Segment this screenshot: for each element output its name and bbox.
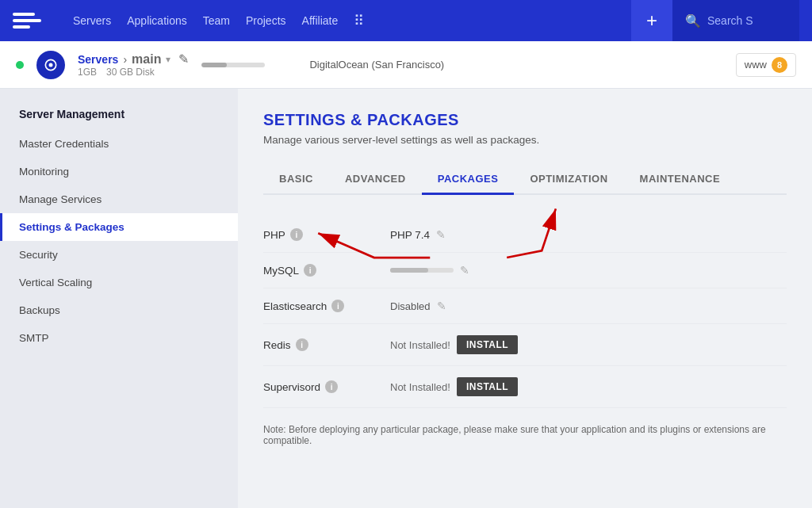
sidebar-item-security[interactable]: Security — [0, 241, 238, 269]
sidebar-item-vertical-scaling[interactable]: Vertical Scaling — [0, 269, 238, 296]
nav-links: Servers Applications Team Projects Affil… — [73, 12, 612, 29]
supervisord-info-icon[interactable]: i — [325, 380, 338, 393]
package-row-redis: Redis i Not Installed! INSTALL — [263, 324, 787, 366]
server-bar: Servers › main ▾ ✎ 1GB 30 GB Disk Digita… — [0, 41, 812, 89]
mysql-progress-bar — [390, 268, 454, 273]
add-button[interactable]: + — [631, 0, 672, 41]
www-badge: 8 — [772, 57, 787, 73]
server-name: main — [132, 52, 161, 67]
supervisord-status: Not Installed! — [390, 381, 450, 393]
elasticsearch-status: Disabled — [390, 300, 431, 312]
elasticsearch-info-icon[interactable]: i — [331, 300, 344, 312]
search-icon: 🔍 — [685, 13, 701, 29]
package-value-redis: Not Installed! INSTALL — [390, 335, 518, 354]
search-input[interactable] — [707, 14, 787, 27]
elasticsearch-edit-icon[interactable]: ✎ — [437, 300, 446, 312]
server-progress-fill — [201, 63, 227, 67]
search-area: 🔍 — [672, 0, 799, 41]
www-label: www — [745, 59, 767, 71]
sidebar-item-backups[interactable]: Backups — [0, 296, 238, 324]
nav-projects[interactable]: Projects — [246, 14, 286, 27]
sidebar: Server Management Master Credentials Mon… — [0, 89, 238, 508]
nav-team[interactable]: Team — [203, 14, 230, 27]
breadcrumb-separator: › — [123, 53, 127, 66]
nav-affiliate[interactable]: Affiliate — [302, 14, 339, 27]
server-icon — [36, 51, 65, 79]
logo[interactable] — [13, 10, 48, 32]
sidebar-item-settings-packages[interactable]: Settings & Packages — [0, 213, 238, 241]
nav-servers[interactable]: Servers — [73, 14, 111, 27]
dropdown-icon[interactable]: ▾ — [166, 54, 170, 65]
breadcrumb-servers[interactable]: Servers — [78, 53, 118, 66]
svg-rect-2 — [13, 25, 30, 29]
php-edit-icon[interactable]: ✎ — [436, 228, 446, 241]
content-inner: SETTINGS & PACKAGES Manage various serve… — [263, 111, 787, 446]
package-row-elasticsearch: Elasticsearch i Disabled ✎ — [263, 288, 787, 324]
svg-rect-0 — [13, 13, 35, 16]
topnav-actions: + 🔍 — [631, 0, 799, 41]
package-name-mysql: MySQL i — [263, 264, 390, 277]
package-name-supervisord: Supervisord i — [263, 380, 390, 393]
mysql-info-icon[interactable]: i — [304, 264, 316, 277]
supervisord-install-button[interactable]: INSTALL — [457, 377, 518, 396]
tab-packages[interactable]: PACKAGES — [422, 165, 515, 195]
grid-icon[interactable]: ⠿ — [354, 12, 364, 29]
sidebar-item-master-credentials[interactable]: Master Credentials — [0, 130, 238, 158]
sidebar-item-smtp[interactable]: SMTP — [0, 324, 238, 352]
package-name-redis: Redis i — [263, 338, 390, 351]
package-value-supervisord: Not Installed! INSTALL — [390, 377, 518, 396]
packages-list: PHP i PHP 7.4 ✎ MySQL i — [263, 217, 787, 408]
tab-basic[interactable]: BASIC — [263, 165, 329, 195]
sidebar-section-title: Server Management — [0, 108, 238, 130]
package-row-supervisord: Supervisord i Not Installed! INSTALL — [263, 366, 787, 408]
server-provider: DigitalOcean (San Francisco) — [309, 59, 444, 71]
server-info: Servers › main ▾ ✎ 1GB 30 GB Disk — [78, 52, 189, 78]
nav-applications[interactable]: Applications — [127, 14, 187, 27]
mysql-edit-icon[interactable]: ✎ — [460, 264, 469, 277]
mysql-progress-fill — [390, 268, 428, 273]
package-row-mysql: MySQL i ✎ — [263, 253, 787, 288]
svg-rect-1 — [13, 19, 41, 22]
www-button[interactable]: www 8 — [736, 53, 796, 77]
package-row-php: PHP i PHP 7.4 ✎ — [263, 217, 787, 253]
server-status-dot — [16, 61, 24, 69]
sidebar-item-monitoring[interactable]: Monitoring — [0, 158, 238, 185]
server-disk: 30 GB Disk — [106, 67, 155, 78]
note-text: Note: Before deploying any particular pa… — [263, 424, 787, 446]
package-value-mysql: ✎ — [390, 264, 469, 277]
package-name-php: PHP i — [263, 228, 390, 241]
edit-server-icon[interactable]: ✎ — [178, 52, 189, 67]
redis-install-button[interactable]: INSTALL — [457, 335, 518, 354]
main-content: SETTINGS & PACKAGES Manage various serve… — [238, 89, 812, 508]
php-info-icon[interactable]: i — [290, 228, 303, 241]
page-title: SETTINGS & PACKAGES — [263, 111, 787, 129]
server-progress-bar — [201, 63, 265, 67]
redis-status: Not Installed! — [390, 339, 450, 351]
redis-info-icon[interactable]: i — [296, 338, 308, 351]
package-value-php: PHP 7.4 ✎ — [390, 228, 446, 241]
tabs: BASIC ADVANCED PACKAGES OPTIMIZATION MAI… — [263, 165, 787, 195]
tab-maintenance[interactable]: MAINTENANCE — [624, 165, 737, 195]
svg-point-4 — [49, 63, 53, 67]
sidebar-item-manage-services[interactable]: Manage Services — [0, 185, 238, 213]
server-meta: 1GB 30 GB Disk — [78, 67, 189, 78]
breadcrumb: Servers › main ▾ ✎ — [78, 52, 189, 67]
package-name-elasticsearch: Elasticsearch i — [263, 300, 390, 312]
tab-advanced[interactable]: ADVANCED — [329, 165, 422, 195]
tab-optimization[interactable]: OPTIMIZATION — [514, 165, 623, 195]
main-layout: Server Management Master Credentials Mon… — [0, 89, 812, 508]
topnav: Servers Applications Team Projects Affil… — [0, 0, 812, 41]
server-ram: 1GB — [78, 67, 97, 78]
php-version: PHP 7.4 — [390, 229, 430, 241]
package-value-elasticsearch: Disabled ✎ — [390, 300, 446, 312]
page-desc: Manage various server-level settings as … — [263, 134, 787, 146]
